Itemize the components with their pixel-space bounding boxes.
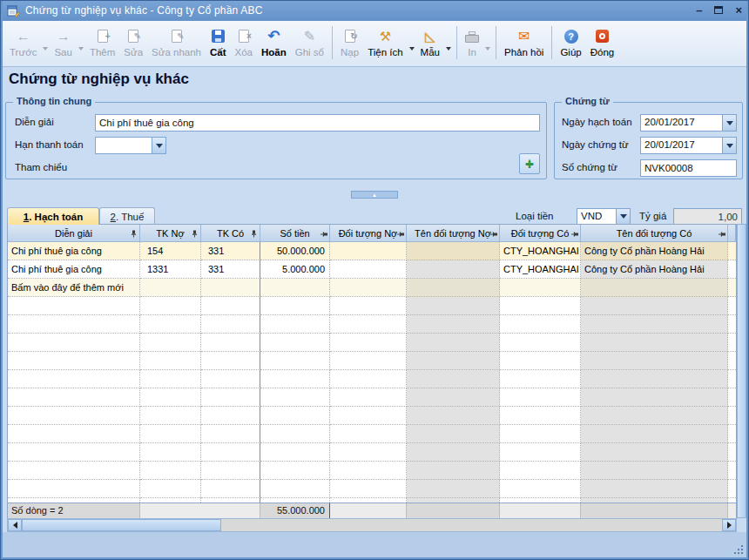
maximize-button[interactable] <box>714 4 723 17</box>
pin-icon[interactable] <box>717 231 727 239</box>
grid-empty-row[interactable] <box>8 334 736 352</box>
toolbar-button-mau[interactable]: ◺ Mẫu <box>416 23 444 63</box>
grid-empty-row[interactable] <box>8 388 736 407</box>
undo-icon: ↶ <box>267 29 280 44</box>
toolbar-button-ghi-so[interactable]: ✎ Ghi sổ <box>291 23 328 63</box>
toolbar-button-sua-nhanh[interactable]: ✎ Sửa nhanh <box>147 23 206 63</box>
scrollbar-thumb[interactable] <box>22 519 221 531</box>
page-title: Chứng từ nghiệp vụ khác <box>9 71 189 88</box>
dien-giai-input[interactable] <box>95 114 540 132</box>
statusbar <box>0 532 749 560</box>
add-new-row[interactable]: Bấm vào đây để thêm mới <box>8 279 736 297</box>
resize-grip[interactable] <box>741 552 743 554</box>
loai-tien-label: Loại tiền <box>516 211 553 221</box>
toolbar-button-truoc[interactable]: ← Trước <box>5 23 41 63</box>
toolbar-button-giup[interactable]: ? Giúp <box>556 23 585 63</box>
pin-icon[interactable] <box>191 229 199 240</box>
tools-icon: ⚒ <box>380 29 391 44</box>
ngay-chung-tu-picker[interactable]: 20/01/2017 <box>640 137 737 154</box>
titlebar[interactable]: Chứng từ nghiệp vụ khác - Công ty Cổ phầ… <box>0 0 749 21</box>
column-header-so-tien[interactable]: Số tiền <box>260 225 330 242</box>
horizontal-scrollbar[interactable] <box>7 518 737 532</box>
grid-empty-row[interactable] <box>8 498 736 503</box>
column-header-tk-no[interactable]: TK Nợ <box>140 225 201 242</box>
add-plus-icon: + <box>525 157 534 171</box>
grid-empty-row[interactable] <box>8 297 736 315</box>
splitter-handle[interactable]: ▲ <box>351 191 398 199</box>
chevron-down-icon <box>43 47 48 51</box>
toolbar-button-xoa[interactable]: × Xóa <box>231 23 257 63</box>
collapse-up-icon: ▲ <box>372 192 377 198</box>
toolbar-button-them[interactable]: + Thêm <box>85 23 119 63</box>
edit-document-icon: ✎ <box>128 29 138 44</box>
grid-empty-row[interactable] <box>8 352 736 370</box>
toolbar-button-dong[interactable]: Đóng <box>586 23 619 63</box>
column-header-doi-tuong-no[interactable]: Đối tượng Nợ <box>330 225 407 242</box>
mau-dropdown-caret[interactable] <box>444 23 453 63</box>
toolbar-button-cat[interactable]: Cất <box>206 23 231 63</box>
pin-icon[interactable] <box>570 231 580 239</box>
tham-chieu-label: Tham chiếu <box>15 162 67 172</box>
toolbar-button-phan-hoi[interactable]: ✉ Phản hồi <box>500 23 548 63</box>
sau-dropdown-caret[interactable] <box>77 23 85 63</box>
loai-tien-combo[interactable]: VND <box>577 208 631 225</box>
pin-icon[interactable] <box>489 231 499 239</box>
tab-hach-toan[interactable]: 1. Hạch toán <box>7 207 99 225</box>
ngay-hach-toan-picker[interactable]: 20/01/2017 <box>640 114 737 132</box>
grid-empty-row[interactable] <box>8 443 736 462</box>
tab-thue[interactable]: 2. Thuế <box>99 207 155 225</box>
grid-body: Chi phí thuê gia công 154 331 50.000.000… <box>8 242 736 503</box>
scrollbar-track[interactable] <box>221 519 722 531</box>
toolbar-button-in[interactable]: In <box>461 23 483 63</box>
ngay-hach-toan-label: Ngày hạch toán <box>562 117 632 127</box>
scroll-right-button[interactable] <box>722 519 736 531</box>
pin-icon[interactable] <box>395 231 406 239</box>
in-dropdown-caret[interactable] <box>483 23 492 63</box>
table-row[interactable]: Chi phí thuê gia công 154 331 50.000.000… <box>8 242 736 260</box>
scroll-left-button[interactable] <box>8 519 22 531</box>
toolbar-button-nap[interactable]: ↻ Nạp <box>336 23 363 63</box>
column-header-ten-doi-tuong-co[interactable]: Tên đối tượng Có <box>581 225 728 242</box>
toolbar-button-tien-ich[interactable]: ⚒ Tiện ích <box>363 23 407 63</box>
so-chung-tu-input[interactable] <box>640 159 737 177</box>
accounting-grid: Diễn giải TK Nợ TK Có Số tiền Đối tượng … <box>7 224 737 519</box>
dropdown-button[interactable] <box>722 115 736 131</box>
toolbar-button-hoan[interactable]: ↶ Hoãn <box>257 23 291 63</box>
grid-empty-row[interactable] <box>8 315 736 334</box>
grid-empty-row[interactable] <box>8 370 736 388</box>
grid-empty-row[interactable] <box>8 425 736 443</box>
group-chung-tu: Chứng từ Ngày hạch toán 20/01/2017 Ngày … <box>554 102 743 179</box>
column-header-dien-giai[interactable]: Diễn giải <box>8 225 140 242</box>
grid-empty-row[interactable] <box>8 462 736 480</box>
dropdown-button[interactable] <box>616 209 630 224</box>
minimize-button[interactable]: – <box>696 4 702 17</box>
pin-icon[interactable] <box>319 231 329 239</box>
refresh-document-icon: ↻ <box>345 29 355 44</box>
table-row[interactable]: Chi phí thuê gia công 1331 331 5.000.000… <box>8 260 736 279</box>
han-thanh-toan-combo[interactable] <box>95 137 166 154</box>
toolbar-button-sua[interactable]: ✎ Sửa <box>119 23 147 63</box>
column-header-ten-doi-tuong-no[interactable]: Tên đối tượng Nợ <box>407 225 500 242</box>
ngay-chung-tu-label: Ngày chứng từ <box>562 139 629 150</box>
back-icon: ← <box>17 29 30 44</box>
row-count-label: Số dòng = 2 <box>8 503 140 518</box>
toolbar-button-sau[interactable]: → Sau <box>50 23 76 63</box>
grid-empty-row[interactable] <box>8 407 736 425</box>
save-floppy-icon <box>212 29 225 44</box>
column-header-tk-co[interactable]: TK Có <box>201 225 260 242</box>
vertical-scrollbar[interactable] <box>737 224 746 518</box>
column-header-doi-tuong-co[interactable]: Đối tượng Có <box>500 225 581 242</box>
forward-icon: → <box>57 29 71 44</box>
dropdown-button[interactable] <box>722 138 736 153</box>
envelope-icon: ✉ <box>518 29 530 44</box>
tham-chieu-add-button[interactable]: + <box>519 153 540 174</box>
pin-icon[interactable] <box>250 229 258 240</box>
pin-icon[interactable] <box>130 229 138 240</box>
pencil-icon: ✎ <box>304 29 315 44</box>
tien-ich-dropdown-caret[interactable] <box>408 23 416 63</box>
grid-empty-row[interactable] <box>8 480 736 498</box>
truoc-dropdown-caret[interactable] <box>41 23 50 63</box>
dropdown-button[interactable] <box>152 138 165 153</box>
grid-header: Diễn giải TK Nợ TK Có Số tiền Đối tượng … <box>8 225 736 242</box>
close-button[interactable]: × <box>735 4 742 17</box>
